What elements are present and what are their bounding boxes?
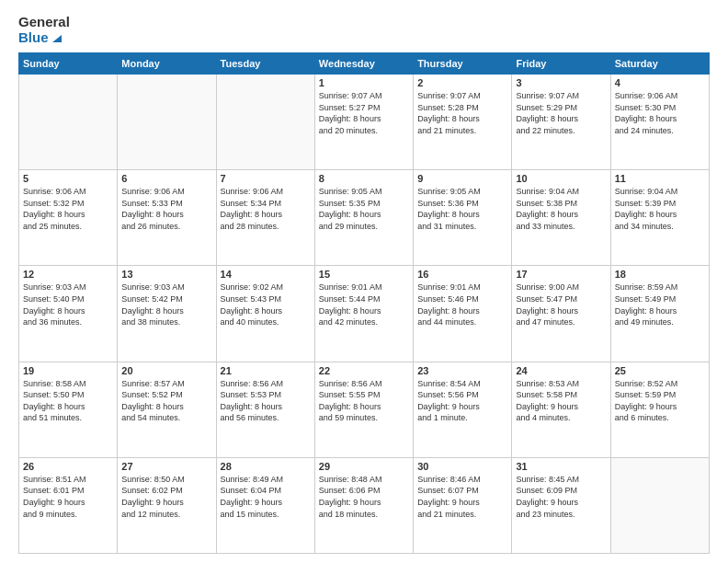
page-header: General Blue [18,15,710,45]
day-number: 6 [121,173,211,184]
col-header-friday: Friday [512,53,610,75]
day-info: Sunrise: 8:45 AM Sunset: 6:09 PM Dayligh… [516,474,606,520]
day-info: Sunrise: 9:05 AM Sunset: 5:36 PM Dayligh… [417,186,507,232]
day-info: Sunrise: 9:03 AM Sunset: 5:42 PM Dayligh… [121,282,211,327]
day-number: 15 [319,269,409,280]
calendar-table: SundayMondayTuesdayWednesdayThursdayFrid… [18,52,710,554]
day-number: 1 [319,77,409,88]
day-number: 28 [221,461,311,472]
calendar-cell: 14Sunrise: 9:02 AM Sunset: 5:43 PM Dayli… [216,266,314,362]
calendar-cell: 26Sunrise: 8:51 AM Sunset: 6:01 PM Dayli… [19,457,118,553]
calendar-cell: 24Sunrise: 8:53 AM Sunset: 5:58 PM Dayli… [512,362,610,457]
day-number: 18 [615,269,705,280]
calendar-cell: 5Sunrise: 9:06 AM Sunset: 5:32 PM Daylig… [19,170,118,266]
svg-marker-0 [52,35,62,42]
calendar-cell: 16Sunrise: 9:01 AM Sunset: 5:46 PM Dayli… [414,266,512,362]
calendar-cell [610,457,709,553]
day-number: 4 [615,77,705,88]
col-header-monday: Monday [118,53,216,75]
day-number: 13 [121,269,211,280]
calendar-cell: 2Sunrise: 9:07 AM Sunset: 5:28 PM Daylig… [414,75,512,170]
day-number: 5 [23,173,113,184]
day-number: 23 [417,365,507,376]
day-info: Sunrise: 9:06 AM Sunset: 5:33 PM Dayligh… [121,186,211,232]
day-number: 12 [23,269,113,280]
calendar-cell [118,75,216,170]
day-info: Sunrise: 9:00 AM Sunset: 5:47 PM Dayligh… [516,282,606,327]
day-info: Sunrise: 8:46 AM Sunset: 6:07 PM Dayligh… [417,474,507,520]
day-number: 22 [319,365,409,376]
day-number: 7 [221,173,311,184]
calendar-cell: 15Sunrise: 9:01 AM Sunset: 5:44 PM Dayli… [314,266,413,362]
day-info: Sunrise: 9:05 AM Sunset: 5:35 PM Dayligh… [319,186,409,232]
calendar-cell: 1Sunrise: 9:07 AM Sunset: 5:27 PM Daylig… [314,75,413,170]
day-info: Sunrise: 9:01 AM Sunset: 5:44 PM Dayligh… [319,282,409,327]
week-row-5: 26Sunrise: 8:51 AM Sunset: 6:01 PM Dayli… [19,457,710,553]
logo: General Blue [18,15,70,45]
calendar-cell: 7Sunrise: 9:06 AM Sunset: 5:34 PM Daylig… [216,170,314,266]
day-info: Sunrise: 8:50 AM Sunset: 6:02 PM Dayligh… [121,474,211,520]
calendar-cell: 31Sunrise: 8:45 AM Sunset: 6:09 PM Dayli… [512,457,610,553]
col-header-saturday: Saturday [610,53,709,75]
calendar-cell [19,75,118,170]
week-row-4: 19Sunrise: 8:58 AM Sunset: 5:50 PM Dayli… [19,362,710,457]
day-info: Sunrise: 9:04 AM Sunset: 5:38 PM Dayligh… [516,186,606,232]
calendar-cell: 25Sunrise: 8:52 AM Sunset: 5:59 PM Dayli… [610,362,709,457]
calendar-cell: 20Sunrise: 8:57 AM Sunset: 5:52 PM Dayli… [118,362,216,457]
day-info: Sunrise: 9:02 AM Sunset: 5:43 PM Dayligh… [221,282,311,327]
calendar-cell: 29Sunrise: 8:48 AM Sunset: 6:06 PM Dayli… [314,457,413,553]
calendar-cell: 10Sunrise: 9:04 AM Sunset: 5:38 PM Dayli… [512,170,610,266]
calendar-cell: 9Sunrise: 9:05 AM Sunset: 5:36 PM Daylig… [414,170,512,266]
calendar-cell: 21Sunrise: 8:56 AM Sunset: 5:53 PM Dayli… [216,362,314,457]
day-info: Sunrise: 9:07 AM Sunset: 5:29 PM Dayligh… [516,90,606,136]
logo-text: General Blue [18,15,70,45]
week-row-1: 1Sunrise: 9:07 AM Sunset: 5:27 PM Daylig… [19,75,710,170]
day-info: Sunrise: 8:51 AM Sunset: 6:01 PM Dayligh… [23,474,113,520]
day-info: Sunrise: 8:53 AM Sunset: 5:58 PM Dayligh… [516,378,606,424]
col-header-wednesday: Wednesday [314,53,413,75]
day-info: Sunrise: 9:01 AM Sunset: 5:46 PM Dayligh… [417,282,507,327]
day-number: 16 [417,269,507,280]
day-info: Sunrise: 9:06 AM Sunset: 5:32 PM Dayligh… [23,186,113,232]
calendar-cell: 19Sunrise: 8:58 AM Sunset: 5:50 PM Dayli… [19,362,118,457]
day-number: 3 [516,77,606,88]
day-number: 25 [615,365,705,376]
day-number: 14 [221,269,311,280]
day-info: Sunrise: 8:56 AM Sunset: 5:55 PM Dayligh… [319,378,409,424]
day-number: 10 [516,173,606,184]
day-info: Sunrise: 9:06 AM Sunset: 5:34 PM Dayligh… [221,186,311,232]
day-info: Sunrise: 9:07 AM Sunset: 5:27 PM Dayligh… [319,90,409,136]
calendar-cell: 6Sunrise: 9:06 AM Sunset: 5:33 PM Daylig… [118,170,216,266]
day-number: 11 [615,173,705,184]
calendar-cell: 4Sunrise: 9:06 AM Sunset: 5:30 PM Daylig… [610,75,709,170]
day-info: Sunrise: 8:52 AM Sunset: 5:59 PM Dayligh… [615,378,705,424]
day-number: 21 [221,365,311,376]
day-number: 17 [516,269,606,280]
col-header-thursday: Thursday [414,53,512,75]
day-info: Sunrise: 8:57 AM Sunset: 5:52 PM Dayligh… [121,378,211,424]
calendar-cell [216,75,314,170]
col-header-tuesday: Tuesday [216,53,314,75]
week-row-3: 12Sunrise: 9:03 AM Sunset: 5:40 PM Dayli… [19,266,710,362]
day-number: 24 [516,365,606,376]
day-number: 26 [23,461,113,472]
calendar-cell: 28Sunrise: 8:49 AM Sunset: 6:04 PM Dayli… [216,457,314,553]
logo-general: General [18,15,70,30]
calendar-cell: 8Sunrise: 9:05 AM Sunset: 5:35 PM Daylig… [314,170,413,266]
day-info: Sunrise: 8:48 AM Sunset: 6:06 PM Dayligh… [319,474,409,520]
day-number: 2 [417,77,507,88]
day-info: Sunrise: 8:59 AM Sunset: 5:49 PM Dayligh… [615,282,705,327]
calendar-cell: 22Sunrise: 8:56 AM Sunset: 5:55 PM Dayli… [314,362,413,457]
day-number: 8 [319,173,409,184]
calendar-cell: 23Sunrise: 8:54 AM Sunset: 5:56 PM Dayli… [414,362,512,457]
day-info: Sunrise: 9:07 AM Sunset: 5:28 PM Dayligh… [417,90,507,136]
col-header-sunday: Sunday [19,53,118,75]
week-row-2: 5Sunrise: 9:06 AM Sunset: 5:32 PM Daylig… [19,170,710,266]
calendar-cell: 27Sunrise: 8:50 AM Sunset: 6:02 PM Dayli… [118,457,216,553]
day-info: Sunrise: 8:56 AM Sunset: 5:53 PM Dayligh… [221,378,311,424]
day-info: Sunrise: 8:54 AM Sunset: 5:56 PM Dayligh… [417,378,507,424]
day-number: 30 [417,461,507,472]
calendar-cell: 17Sunrise: 9:00 AM Sunset: 5:47 PM Dayli… [512,266,610,362]
calendar-header-row: SundayMondayTuesdayWednesdayThursdayFrid… [19,53,710,75]
day-info: Sunrise: 9:06 AM Sunset: 5:30 PM Dayligh… [615,90,705,136]
